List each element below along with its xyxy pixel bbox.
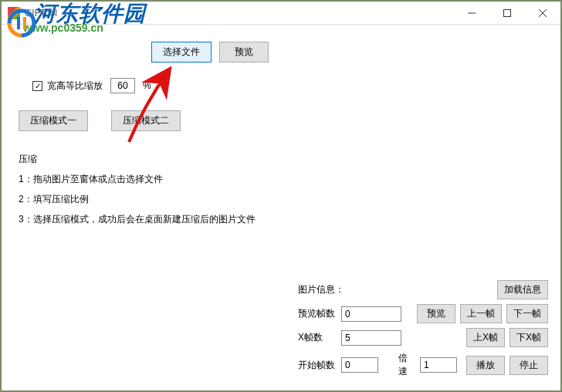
instructions-heading: 压缩: [19, 150, 543, 168]
content-area: 选择文件 预览 ✓ 宽高等比缩放 % 压缩模式一 压缩模式二 压缩 1：拖动图: [2, 25, 560, 390]
prev-frame-button[interactable]: 上一帧: [460, 304, 502, 323]
next-frame-button[interactable]: 下一帧: [506, 304, 548, 323]
preview-frames-input[interactable]: [341, 306, 401, 322]
select-file-button[interactable]: 选择文件: [151, 42, 212, 63]
svg-rect-3: [504, 10, 511, 17]
preview-button-top[interactable]: 预览: [219, 42, 269, 63]
maximize-button[interactable]: [489, 2, 525, 25]
instructions-line-1: 1：拖动图片至窗体或点击选择文件: [19, 170, 543, 188]
aspect-ratio-label: 宽高等比缩放: [47, 79, 103, 93]
start-frames-input[interactable]: [341, 357, 378, 373]
instructions-block: 压缩 1：拖动图片至窗体或点击选择文件 2：填写压缩比例 3：选择压缩模式，成功…: [19, 150, 543, 228]
x-frames-input[interactable]: [341, 330, 401, 346]
compress-mode-2-button[interactable]: 压缩模式二: [111, 110, 181, 131]
info-panel: 图片信息： 加载信息 预览帧数 预览 上一帧 下一帧 X帧数 上X帧: [298, 280, 548, 383]
app-window: 河东软件园 www.pc0359.cn GIFTool: [2, 2, 560, 390]
play-button[interactable]: 播放: [466, 356, 505, 375]
instructions-line-3: 3：选择压缩模式，成功后会在桌面新建压缩后的图片文件: [19, 210, 543, 228]
scale-percent-input[interactable]: [110, 78, 135, 93]
image-info-label: 图片信息：: [298, 283, 344, 296]
preview-button-bottom[interactable]: 预览: [417, 304, 455, 323]
compress-mode-1-button[interactable]: 压缩模式一: [19, 110, 88, 131]
preview-frames-label: 预览帧数: [298, 307, 337, 320]
close-button[interactable]: [525, 2, 560, 25]
aspect-ratio-checkbox[interactable]: ✓: [32, 81, 42, 91]
minimize-button[interactable]: [454, 2, 489, 25]
window-title: GIFTool: [25, 8, 57, 19]
load-info-button[interactable]: 加载信息: [497, 280, 548, 299]
speed-label: 倍速: [398, 352, 415, 378]
percent-label: %: [143, 80, 151, 91]
start-frames-label: 开始帧数: [298, 359, 337, 372]
stop-button[interactable]: 停止: [510, 356, 548, 375]
titlebar: GIFTool: [2, 2, 560, 25]
app-icon: [8, 7, 20, 19]
down-x-frame-button[interactable]: 下X帧: [510, 328, 548, 347]
up-x-frame-button[interactable]: 上X帧: [466, 328, 505, 347]
instructions-line-2: 2：填写压缩比例: [19, 190, 543, 208]
speed-input[interactable]: [420, 357, 457, 373]
x-frames-label: X帧数: [298, 331, 337, 344]
window-controls: [454, 2, 560, 25]
